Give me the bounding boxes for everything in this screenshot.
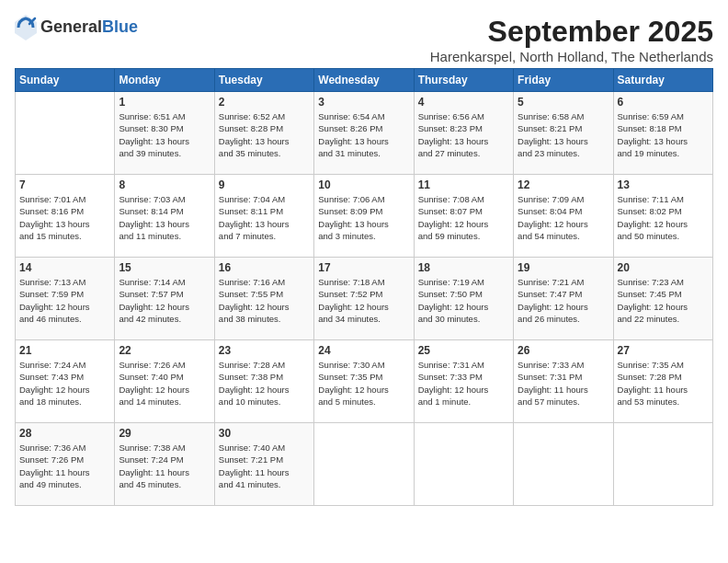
day-number: 12 [518, 178, 609, 191]
week-row-1: 1Sunrise: 6:51 AM Sunset: 8:30 PM Daylig… [16, 92, 713, 175]
calendar-cell: 1Sunrise: 6:51 AM Sunset: 8:30 PM Daylig… [115, 92, 214, 175]
day-number: 18 [418, 261, 509, 274]
cell-info: Sunrise: 7:03 AM Sunset: 8:14 PM Dayligh… [119, 193, 210, 242]
calendar-cell: 16Sunrise: 7:16 AM Sunset: 7:55 PM Dayli… [214, 258, 313, 340]
calendar-cell [16, 92, 115, 175]
location-subtitle: Harenkarspel, North Holland, The Netherl… [430, 49, 713, 64]
cell-info: Sunrise: 7:35 AM Sunset: 7:28 PM Dayligh… [618, 359, 709, 408]
cell-info: Sunrise: 7:30 AM Sunset: 7:35 PM Dayligh… [318, 359, 409, 408]
calendar-cell: 3Sunrise: 6:54 AM Sunset: 8:26 PM Daylig… [314, 92, 414, 175]
day-number: 21 [19, 344, 110, 357]
day-number: 22 [119, 344, 210, 357]
day-number: 9 [219, 178, 310, 191]
day-number: 30 [219, 427, 310, 440]
day-number: 5 [518, 96, 609, 109]
cell-info: Sunrise: 7:31 AM Sunset: 7:33 PM Dayligh… [418, 359, 509, 408]
cell-info: Sunrise: 7:14 AM Sunset: 7:57 PM Dayligh… [119, 276, 210, 325]
day-number: 24 [318, 344, 409, 357]
calendar-cell: 24Sunrise: 7:30 AM Sunset: 7:35 PM Dayli… [314, 340, 414, 423]
cell-info: Sunrise: 6:52 AM Sunset: 8:28 PM Dayligh… [219, 110, 310, 159]
cell-info: Sunrise: 7:23 AM Sunset: 7:45 PM Dayligh… [618, 276, 709, 325]
cell-info: Sunrise: 6:51 AM Sunset: 8:30 PM Dayligh… [119, 110, 210, 159]
calendar-cell: 6Sunrise: 6:59 AM Sunset: 8:18 PM Daylig… [613, 92, 712, 175]
day-header-saturday: Saturday [613, 69, 712, 92]
month-title: September 2025 [430, 15, 713, 49]
day-header-thursday: Thursday [414, 69, 513, 92]
calendar-cell: 22Sunrise: 7:26 AM Sunset: 7:40 PM Dayli… [115, 340, 214, 423]
cell-info: Sunrise: 6:59 AM Sunset: 8:18 PM Dayligh… [618, 110, 709, 159]
calendar-cell: 2Sunrise: 6:52 AM Sunset: 8:28 PM Daylig… [214, 92, 313, 175]
week-row-4: 21Sunrise: 7:24 AM Sunset: 7:43 PM Dayli… [16, 340, 713, 423]
week-row-3: 14Sunrise: 7:13 AM Sunset: 7:59 PM Dayli… [16, 258, 713, 340]
day-number: 13 [618, 178, 709, 191]
day-number: 7 [19, 178, 110, 191]
cell-info: Sunrise: 6:54 AM Sunset: 8:26 PM Dayligh… [318, 110, 409, 159]
cell-info: Sunrise: 7:13 AM Sunset: 7:59 PM Dayligh… [19, 276, 110, 325]
cell-info: Sunrise: 7:36 AM Sunset: 7:26 PM Dayligh… [19, 442, 110, 490]
calendar-cell: 4Sunrise: 6:56 AM Sunset: 8:23 PM Daylig… [414, 92, 513, 175]
day-number: 4 [418, 96, 509, 109]
day-number: 25 [418, 344, 509, 357]
day-number: 6 [618, 96, 709, 109]
cell-info: Sunrise: 6:56 AM Sunset: 8:23 PM Dayligh… [418, 110, 509, 159]
day-number: 14 [19, 261, 110, 274]
title-block: September 2025 Harenkarspel, North Holla… [430, 15, 713, 64]
day-number: 17 [318, 261, 409, 274]
day-number: 16 [219, 261, 310, 274]
day-number: 19 [518, 261, 609, 274]
calendar-cell: 29Sunrise: 7:38 AM Sunset: 7:24 PM Dayli… [115, 423, 214, 506]
day-header-friday: Friday [514, 69, 613, 92]
day-number: 29 [119, 427, 210, 440]
cell-info: Sunrise: 7:09 AM Sunset: 8:04 PM Dayligh… [518, 193, 609, 242]
calendar-cell: 23Sunrise: 7:28 AM Sunset: 7:38 PM Dayli… [214, 340, 313, 423]
calendar-cell [414, 423, 513, 506]
calendar-cell: 30Sunrise: 7:40 AM Sunset: 7:21 PM Dayli… [214, 423, 313, 506]
calendar-cell: 13Sunrise: 7:11 AM Sunset: 8:02 PM Dayli… [613, 175, 712, 258]
cell-info: Sunrise: 7:28 AM Sunset: 7:38 PM Dayligh… [219, 359, 310, 408]
cell-info: Sunrise: 7:04 AM Sunset: 8:11 PM Dayligh… [219, 193, 310, 242]
calendar-cell [314, 423, 414, 506]
day-header-tuesday: Tuesday [214, 69, 313, 92]
calendar-cell: 28Sunrise: 7:36 AM Sunset: 7:26 PM Dayli… [16, 423, 115, 506]
cell-info: Sunrise: 7:24 AM Sunset: 7:43 PM Dayligh… [19, 359, 110, 408]
calendar-cell: 12Sunrise: 7:09 AM Sunset: 8:04 PM Dayli… [514, 175, 613, 258]
days-header-row: SundayMondayTuesdayWednesdayThursdayFrid… [16, 69, 713, 92]
cell-info: Sunrise: 7:40 AM Sunset: 7:21 PM Dayligh… [219, 442, 310, 490]
logo-icon [15, 15, 37, 40]
calendar-cell: 11Sunrise: 7:08 AM Sunset: 8:07 PM Dayli… [414, 175, 513, 258]
day-header-sunday: Sunday [16, 69, 115, 92]
calendar-cell: 15Sunrise: 7:14 AM Sunset: 7:57 PM Dayli… [115, 258, 214, 340]
day-number: 1 [119, 96, 210, 109]
calendar-cell: 20Sunrise: 7:23 AM Sunset: 7:45 PM Dayli… [613, 258, 712, 340]
cell-info: Sunrise: 7:21 AM Sunset: 7:47 PM Dayligh… [518, 276, 609, 325]
logo: GeneralBlue [15, 15, 138, 40]
week-row-5: 28Sunrise: 7:36 AM Sunset: 7:26 PM Dayli… [16, 423, 713, 506]
day-number: 3 [318, 96, 409, 109]
calendar-cell: 7Sunrise: 7:01 AM Sunset: 8:16 PM Daylig… [16, 175, 115, 258]
cell-info: Sunrise: 7:38 AM Sunset: 7:24 PM Dayligh… [119, 442, 210, 490]
page-header: GeneralBlue September 2025 Harenkarspel,… [15, 15, 713, 64]
calendar-cell: 5Sunrise: 6:58 AM Sunset: 8:21 PM Daylig… [514, 92, 613, 175]
day-number: 11 [418, 178, 509, 191]
cell-info: Sunrise: 7:08 AM Sunset: 8:07 PM Dayligh… [418, 193, 509, 242]
day-number: 28 [19, 427, 110, 440]
calendar-cell: 27Sunrise: 7:35 AM Sunset: 7:28 PM Dayli… [613, 340, 712, 423]
calendar-cell: 10Sunrise: 7:06 AM Sunset: 8:09 PM Dayli… [314, 175, 414, 258]
cell-info: Sunrise: 7:06 AM Sunset: 8:09 PM Dayligh… [318, 193, 409, 242]
cell-info: Sunrise: 6:58 AM Sunset: 8:21 PM Dayligh… [518, 110, 609, 159]
day-number: 10 [318, 178, 409, 191]
day-number: 20 [618, 261, 709, 274]
calendar-cell [514, 423, 613, 506]
cell-info: Sunrise: 7:01 AM Sunset: 8:16 PM Dayligh… [19, 193, 110, 242]
cell-info: Sunrise: 7:16 AM Sunset: 7:55 PM Dayligh… [219, 276, 310, 325]
calendar-cell: 14Sunrise: 7:13 AM Sunset: 7:59 PM Dayli… [16, 258, 115, 340]
day-number: 8 [119, 178, 210, 191]
day-number: 26 [518, 344, 609, 357]
day-number: 23 [219, 344, 310, 357]
day-header-wednesday: Wednesday [314, 69, 414, 92]
day-number: 2 [219, 96, 310, 109]
cell-info: Sunrise: 7:33 AM Sunset: 7:31 PM Dayligh… [518, 359, 609, 408]
calendar-cell: 18Sunrise: 7:19 AM Sunset: 7:50 PM Dayli… [414, 258, 513, 340]
calendar-cell: 26Sunrise: 7:33 AM Sunset: 7:31 PM Dayli… [514, 340, 613, 423]
cell-info: Sunrise: 7:19 AM Sunset: 7:50 PM Dayligh… [418, 276, 509, 325]
